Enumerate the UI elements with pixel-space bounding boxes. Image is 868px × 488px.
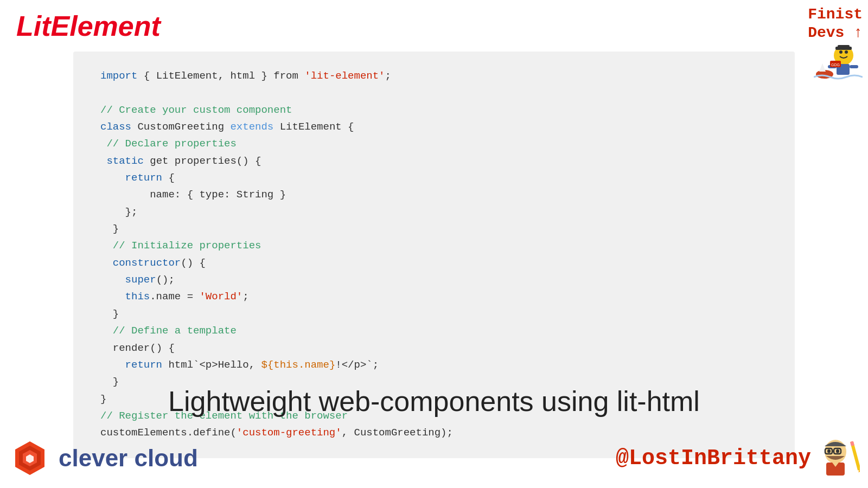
twitter-handle-text: @LostInBrittany (616, 446, 811, 471)
finist-devs-text: FinistDevs ↑ (808, 5, 863, 42)
svg-rect-4 (838, 45, 850, 48)
svg-rect-7 (850, 65, 858, 68)
page-title: LitElement (16, 10, 161, 42)
svg-point-2 (845, 50, 848, 54)
clever-cloud-text: clever cloud (59, 445, 198, 472)
twitter-branding: @LostInBrittany (616, 436, 860, 480)
clever-cloud-logo-icon (11, 439, 49, 477)
svg-text:GDG: GDG (831, 63, 840, 67)
clever-cloud-branding: clever cloud (11, 439, 198, 477)
avatar-icon (816, 436, 860, 480)
finist-devs-logo: FinistDevs ↑ GDG (808, 5, 863, 82)
gdg-icon: GDG (814, 44, 863, 82)
svg-rect-24 (850, 441, 854, 446)
svg-point-1 (839, 50, 843, 54)
svg-point-19 (827, 450, 831, 453)
subtitle: Lightweight web-components using lit-htm… (0, 385, 868, 418)
svg-point-20 (836, 450, 839, 453)
